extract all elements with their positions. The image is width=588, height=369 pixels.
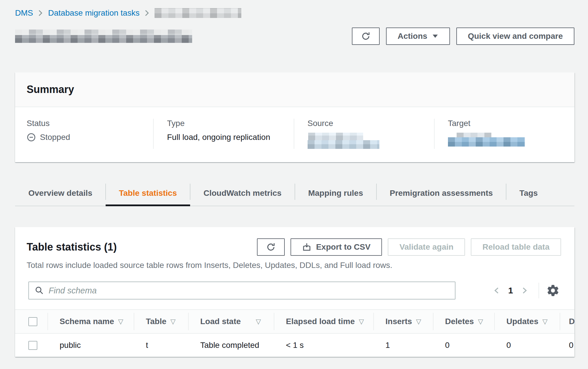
table-statistics-card: Table statistics (1) Export to CSV xyxy=(15,227,574,357)
sort-down-icon: ▽ xyxy=(359,318,364,325)
sort-down-icon: ▽ xyxy=(170,318,176,325)
pager-divider xyxy=(539,283,539,298)
stopped-icon xyxy=(27,133,36,142)
export-csv-icon xyxy=(302,242,311,252)
refresh-icon xyxy=(361,31,371,41)
breadcrumb: DMS Database migration tasks xyxy=(15,8,574,19)
pagination: 1 xyxy=(490,282,561,299)
table-row: public t Table completed < 1 s 1 0 0 0 xyxy=(15,334,574,357)
reload-table-data-label: Reload table data xyxy=(482,242,550,252)
target-label: Target xyxy=(448,119,574,128)
search-box xyxy=(28,282,455,299)
validate-again-label: Validate again xyxy=(399,242,453,252)
summary-field-source: Source xyxy=(294,119,434,149)
breadcrumb-dms-link[interactable]: DMS xyxy=(15,8,33,18)
summary-field-target: Target xyxy=(434,119,574,149)
select-all-cell xyxy=(15,310,47,333)
cell-ddls-truncated: 0 xyxy=(560,334,574,357)
next-page-button[interactable] xyxy=(518,283,531,298)
tab-table-statistics[interactable]: Table statistics xyxy=(106,181,190,206)
select-all-checkbox[interactable] xyxy=(28,317,37,326)
page-header: Actions Quick view and compare xyxy=(15,27,574,45)
row-select-cell xyxy=(15,334,47,357)
redacted-task-name xyxy=(155,8,241,18)
tab-overview-details[interactable]: Overview details xyxy=(15,181,106,206)
column-header-deletes[interactable]: Deletes▽ xyxy=(433,310,494,333)
reload-table-data-button[interactable]: Reload table data xyxy=(471,238,561,256)
export-to-csv-label: Export to CSV xyxy=(316,242,370,252)
table-statistics-title: Table statistics (1) xyxy=(27,241,117,253)
column-header-updates[interactable]: Updates▽ xyxy=(494,310,560,333)
summary-field-type: Type Full load, ongoing replication xyxy=(153,119,293,149)
task-tabs: Overview details Table statistics CloudW… xyxy=(15,181,574,206)
gear-icon xyxy=(546,284,560,297)
tab-tags[interactable]: Tags xyxy=(506,181,551,206)
dropdown-caret-icon xyxy=(432,34,438,39)
redacted-source-value xyxy=(308,133,434,149)
cell-schema-name: public xyxy=(47,334,134,357)
table-toolbar: Export to CSV Validate again Reload tabl… xyxy=(257,238,561,256)
cell-elapsed-load-time: < 1 s xyxy=(274,334,373,357)
previous-page-button[interactable] xyxy=(490,283,503,298)
row-checkbox[interactable] xyxy=(28,341,37,350)
summary-body: Status Stopped Type Full load, ongoing r… xyxy=(15,107,574,162)
status-value: Stopped xyxy=(27,133,153,142)
refresh-icon xyxy=(266,242,276,252)
redacted-target-value xyxy=(448,133,574,147)
status-label: Status xyxy=(27,119,153,128)
summary-field-status: Status Stopped xyxy=(15,119,153,149)
cell-updates: 0 xyxy=(494,334,560,357)
refresh-button[interactable] xyxy=(352,28,380,45)
tab-mapping-rules[interactable]: Mapping rules xyxy=(295,181,376,206)
summary-card: Summary Status Stopped Type Full load, o… xyxy=(15,72,574,162)
sort-down-icon: ▽ xyxy=(416,318,421,325)
cell-load-state: Table completed xyxy=(188,334,274,357)
source-label: Source xyxy=(308,119,434,128)
validate-again-button[interactable]: Validate again xyxy=(388,238,465,256)
column-header-table[interactable]: Table▽ xyxy=(134,310,188,333)
find-schema-input[interactable] xyxy=(49,286,449,295)
breadcrumb-chevron-icon xyxy=(144,9,150,17)
sort-down-icon: ▽ xyxy=(256,318,261,325)
export-to-csv-button[interactable]: Export to CSV xyxy=(291,238,382,256)
breadcrumb-chevron-icon xyxy=(38,9,43,17)
cell-deletes: 0 xyxy=(433,334,494,357)
sort-down-icon: ▽ xyxy=(478,318,483,325)
sort-down-icon: ▽ xyxy=(542,318,547,325)
status-text: Stopped xyxy=(40,133,70,142)
search-icon xyxy=(35,286,44,295)
table-refresh-button[interactable] xyxy=(257,238,285,256)
column-header-ddls-truncated[interactable]: D xyxy=(560,310,574,333)
sort-down-icon: ▽ xyxy=(118,318,123,325)
actions-button-label: Actions xyxy=(398,32,427,41)
redacted-page-title xyxy=(15,30,192,43)
table-filter-row: 1 xyxy=(15,282,574,299)
type-value: Full load, ongoing replication xyxy=(167,133,293,142)
chevron-right-icon xyxy=(521,286,528,295)
column-header-schema-name[interactable]: Schema name▽ xyxy=(47,310,134,333)
summary-title: Summary xyxy=(27,83,74,96)
cell-table: t xyxy=(134,334,188,357)
chevron-left-icon xyxy=(493,286,500,295)
type-label: Type xyxy=(167,119,293,128)
table-statistics-description: Total rows include loaded source table r… xyxy=(15,261,574,270)
tab-premigration-assessments[interactable]: Premigration assessments xyxy=(376,181,506,206)
quick-view-button-label: Quick view and compare xyxy=(468,32,563,41)
table-preferences-button[interactable] xyxy=(545,282,561,299)
column-header-elapsed-load-time[interactable]: Elapsed load time▽ xyxy=(274,310,373,333)
header-actions: Actions Quick view and compare xyxy=(352,28,574,45)
dms-task-page: DMS Database migration tasks Actions xyxy=(0,0,588,369)
breadcrumb-tasks-link[interactable]: Database migration tasks xyxy=(48,8,139,18)
table-header-row: Schema name▽ Table▽ Load state▽ Elapsed … xyxy=(15,309,574,334)
cell-inserts: 1 xyxy=(373,334,433,357)
quick-view-and-compare-button[interactable]: Quick view and compare xyxy=(456,28,574,45)
column-header-inserts[interactable]: Inserts▽ xyxy=(373,310,433,333)
column-header-load-state[interactable]: Load state▽ xyxy=(188,310,274,333)
actions-button[interactable]: Actions xyxy=(386,28,450,45)
page-number[interactable]: 1 xyxy=(508,286,513,295)
tab-cloudwatch-metrics[interactable]: CloudWatch metrics xyxy=(190,181,295,206)
summary-card-header: Summary xyxy=(15,72,574,107)
